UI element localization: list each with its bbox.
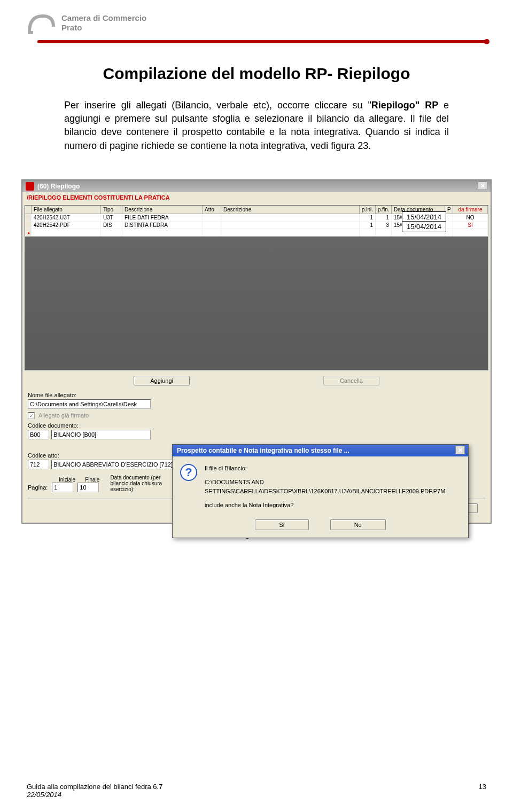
pagina-finale-input[interactable] xyxy=(77,483,99,492)
dialog-text: Il file di Bilancio: C:\DOCUMENTS AND SE… xyxy=(205,464,461,510)
header-underline xyxy=(37,40,486,43)
pagina-iniziale-input[interactable] xyxy=(52,483,73,492)
svg-rect-0 xyxy=(28,31,33,34)
codice-doc-label: Codice documento: xyxy=(28,422,485,429)
doc-title: Compilazione del modello RP- Riepilogo xyxy=(64,65,449,83)
no-button[interactable]: No xyxy=(330,519,386,530)
app-screenshot: (60) Riepilogo ✕ /RIEPILOGO ELEMENTI COS… xyxy=(21,179,492,524)
allegato-firmato-checkbox[interactable]: ✓ xyxy=(28,412,35,419)
table-buttons: Aggiungi Cancella xyxy=(22,373,491,389)
table-empty-area xyxy=(25,236,488,370)
doc-paragraph: Per inserire gli allegati (Bilancio, ver… xyxy=(64,99,449,153)
dialog-titlebar: Prospetto contabile e Nota integrativa n… xyxy=(173,445,468,456)
page-header: Camera di Commercio Prato xyxy=(0,0,513,40)
codice-atto-code-input[interactable] xyxy=(28,460,49,469)
page-number: 13 xyxy=(479,783,486,799)
close-icon[interactable]: ✕ xyxy=(478,182,487,190)
cancella-button[interactable]: Cancella xyxy=(323,376,379,385)
allegato-firmato-label: Allegato già firmato xyxy=(38,412,89,419)
data-doc-label: Data documento (per bilancio data chiusu… xyxy=(110,475,174,492)
pagina-label: Pagina: xyxy=(28,484,48,491)
codice-doc-code-input[interactable] xyxy=(28,430,49,439)
page-footer: Guida alla compilazione dei bilanci fedr… xyxy=(27,783,486,799)
window-titlebar: (60) Riepilogo ✕ xyxy=(22,180,491,192)
nome-file-label: Nome file allegato: xyxy=(28,392,485,398)
close-icon[interactable]: ✕ xyxy=(455,446,465,454)
codice-doc-desc-input[interactable] xyxy=(51,430,151,439)
org-name: Camera di Commercio Prato xyxy=(61,13,146,33)
window-title: (60) Riepilogo xyxy=(37,183,80,190)
section-subheader: /RIEPILOGO ELEMENTI COSTITUENTI LA PRATI… xyxy=(22,192,491,203)
nome-file-input[interactable] xyxy=(28,399,151,409)
document-body: Compilazione del modello RP- Riepilogo P… xyxy=(0,43,513,179)
app-icon xyxy=(26,182,34,191)
logo-arch-icon xyxy=(27,11,56,35)
annotation-date2: 15/04/2014 xyxy=(402,221,446,232)
prospetto-dialog: Prospetto contabile e Nota integrativa n… xyxy=(172,444,469,538)
si-button[interactable]: Sì xyxy=(255,519,308,530)
aggiungi-button[interactable]: Aggiungi xyxy=(134,376,190,385)
question-icon: ? xyxy=(180,464,197,481)
